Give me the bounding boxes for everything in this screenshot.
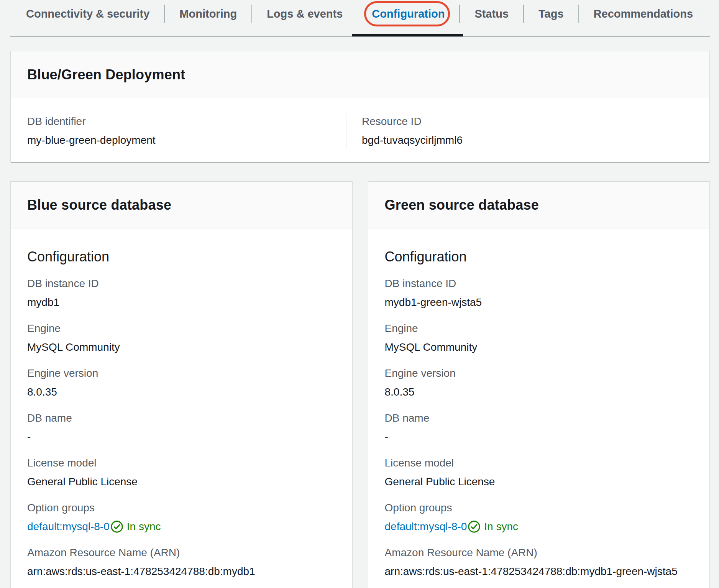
- tab-label: Status: [474, 8, 509, 20]
- green-source-database-card: Green source database Configuration DB i…: [368, 181, 710, 588]
- resource-id-field: Resource ID bgd-tuvaqsycirljmml6: [346, 115, 463, 147]
- arn-field: Amazon Resource Name (ARN) arn:aws:rds:u…: [27, 546, 336, 578]
- field-value: General Public License: [385, 475, 693, 489]
- field-label: Option groups: [27, 501, 336, 514]
- field-label: Amazon Resource Name (ARN): [27, 546, 336, 559]
- card-title: Green source database: [385, 197, 539, 213]
- blue-green-deployment-card: Blue/Green Deployment DB identifier my-b…: [10, 51, 710, 162]
- field-value: bgd-tuvaqsycirljmml6: [362, 133, 463, 147]
- field-label: License model: [27, 457, 336, 470]
- in-sync-check-circle-icon: [468, 520, 481, 533]
- card-header: Blue/Green Deployment: [11, 51, 709, 98]
- field-value: 8.0.35: [385, 385, 693, 399]
- field-value: 8.0.35: [27, 385, 336, 399]
- field-label: Amazon Resource Name (ARN): [385, 546, 693, 559]
- field-label: DB instance ID: [385, 277, 693, 290]
- field-label: DB name: [385, 412, 693, 425]
- tab-label: Recommendations: [594, 8, 693, 20]
- engine-version-field: Engine version 8.0.35: [27, 367, 336, 399]
- tab-label: Monitoring: [179, 8, 237, 20]
- option-groups-field: Option groups default:mysql-8-0 In sync: [385, 501, 693, 534]
- card-header: Green source database: [368, 182, 710, 228]
- in-sync-check-circle-icon: [110, 520, 123, 533]
- section-title-configuration: Configuration: [27, 228, 336, 264]
- field-label: License model: [385, 457, 693, 470]
- tab-monitoring[interactable]: Monitoring: [165, 0, 251, 28]
- license-model-field: License model General Public License: [385, 457, 693, 489]
- tab-label: Connectivity & security: [26, 8, 149, 20]
- rds-configuration-page: Connectivity & security Monitoring Logs …: [0, 0, 719, 588]
- card-title: Blue/Green Deployment: [27, 67, 185, 83]
- card-title: Blue source database: [27, 197, 171, 213]
- field-value: General Public License: [27, 475, 336, 489]
- engine-field: Engine MySQL Community: [385, 322, 693, 354]
- license-model-field: License model General Public License: [27, 457, 336, 489]
- option-group-link[interactable]: default:mysql-8-0: [27, 520, 110, 534]
- tab-bar-divider: [10, 36, 710, 37]
- field-label: Engine version: [385, 367, 693, 380]
- field-value: MySQL Community: [385, 340, 693, 354]
- engine-field: Engine MySQL Community: [27, 322, 336, 354]
- field-value: mydb1-green-wjsta5: [385, 296, 693, 309]
- tab-status[interactable]: Status: [460, 0, 523, 28]
- tab-label: Configuration: [372, 8, 445, 20]
- field-value: arn:aws:rds:us-east-1:478253424788:db:my…: [385, 565, 693, 578]
- field-value: -: [27, 430, 336, 444]
- card-header: Blue source database: [11, 182, 352, 228]
- field-value: MySQL Community: [27, 340, 336, 354]
- engine-version-field: Engine version 8.0.35: [385, 367, 693, 399]
- option-group-link[interactable]: default:mysql-8-0: [385, 520, 467, 534]
- arn-field: Amazon Resource Name (ARN) arn:aws:rds:u…: [385, 546, 693, 578]
- db-identifier-field: DB identifier my-blue-green-deployment: [11, 115, 346, 147]
- field-value: -: [385, 430, 693, 444]
- db-instance-id-field: DB instance ID mydb1: [27, 277, 336, 309]
- tab-recommendations[interactable]: Recommendations: [579, 0, 708, 28]
- in-sync-status: In sync: [484, 520, 518, 534]
- tab-label: Tags: [538, 8, 564, 20]
- field-label: DB identifier: [27, 115, 346, 128]
- section-title-configuration: Configuration: [385, 228, 693, 264]
- field-label: DB name: [27, 412, 336, 425]
- tab-configuration[interactable]: Configuration: [357, 0, 459, 28]
- field-label: Engine: [385, 322, 693, 335]
- field-label: Engine version: [27, 367, 336, 380]
- option-groups-field: Option groups default:mysql-8-0 In sync: [27, 501, 336, 534]
- tab-label: Logs & events: [267, 8, 343, 20]
- field-value: arn:aws:rds:us-east-1:478253424788:db:my…: [27, 565, 336, 578]
- db-name-field: DB name -: [385, 412, 693, 444]
- field-label: Option groups: [385, 501, 693, 514]
- field-label: DB instance ID: [27, 277, 336, 290]
- field-value: my-blue-green-deployment: [27, 133, 346, 147]
- field-value: mydb1: [27, 296, 336, 309]
- blue-source-database-card: Blue source database Configuration DB in…: [10, 181, 353, 588]
- db-instance-id-field: DB instance ID mydb1-green-wjsta5: [385, 277, 693, 309]
- tab-connectivity-security[interactable]: Connectivity & security: [11, 0, 164, 28]
- tab-bar: Connectivity & security Monitoring Logs …: [0, 0, 719, 38]
- in-sync-status: In sync: [127, 520, 161, 534]
- tab-tags[interactable]: Tags: [524, 0, 578, 28]
- db-name-field: DB name -: [27, 412, 336, 444]
- tab-logs-events[interactable]: Logs & events: [252, 0, 357, 28]
- field-label: Engine: [27, 322, 336, 335]
- field-label: Resource ID: [362, 115, 463, 128]
